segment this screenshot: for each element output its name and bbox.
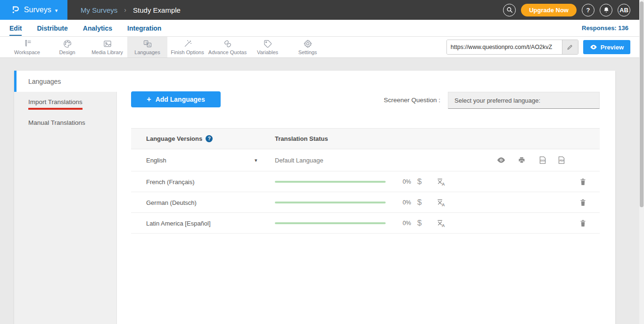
edit-url-button[interactable] [562,40,578,54]
workspace-icon [23,39,32,49]
tab-integration[interactable]: Integration [127,21,161,36]
trash-icon [579,178,586,186]
column-header-translation-status: Translation Status [275,135,328,142]
preview-label: Preview [601,44,624,51]
help-icon[interactable]: ? [206,135,213,142]
translation-percent: 0% [394,199,411,206]
translation-progress-bar [275,222,386,224]
paid-translation-button[interactable]: $ [417,198,421,207]
product-name: Surveys [24,6,51,14]
upgrade-now-button[interactable]: Upgrade Now [521,4,577,16]
survey-tabs: Edit Distribute Analytics Integration [9,21,161,36]
sidebar-item-label: Import Translations [28,98,83,105]
tab-analytics[interactable]: Analytics [83,21,112,36]
notifications-button[interactable] [600,4,612,16]
surveys-product-menu[interactable]: Surveys ▾ [0,0,67,20]
sidebar-item-manual-translations[interactable]: Manual Translations [14,113,85,129]
doc-file-icon: DOC [538,156,547,165]
paid-translation-button[interactable]: $ [417,177,421,186]
help-button[interactable]: ? [582,4,594,16]
delete-language-button[interactable] [579,219,586,227]
chevron-down-icon: ▾ [55,8,58,14]
language-name: English [146,157,166,164]
toolbar-item-variables[interactable]: Variables [248,37,288,57]
toolbar-item-label: Advance Quotas [208,49,247,55]
svg-text:A: A [442,202,445,207]
toolbar-item-media-library[interactable]: Media Library [87,37,127,57]
pencil-icon [567,44,573,50]
svg-text:A: A [442,223,445,227]
svg-text:文: 文 [145,41,148,44]
paid-translation-button[interactable]: $ [417,219,421,228]
table-row-english: English ▾ Default Language [131,149,600,171]
languages-sidebar: Languages Import Translations Manual Tra… [14,71,117,324]
preview-button[interactable]: Preview [583,40,630,54]
translation-progress-bar [275,202,386,203]
toolbar-item-label: Finish Options [171,49,204,55]
svg-text:A: A [148,44,150,47]
vertical-scrollbar[interactable] [639,0,644,324]
add-languages-button[interactable]: + Add Languages [131,91,221,107]
sidebar-item-languages[interactable]: Languages [14,71,117,92]
export-doc-button[interactable]: DOC [538,156,547,165]
svg-text:A: A [442,181,445,186]
auto-translate-button[interactable]: A [437,177,446,186]
table-row-latin-america: Latin America [Español] 0% $ A [131,213,600,234]
toolbar-item-settings[interactable]: Settings [288,37,328,57]
table-row-french: French (Français) 0% $ A [131,171,600,192]
table-row-german: German (Deutsch) 0% $ A [131,192,600,213]
breadcrumb-current-survey: Study Example [133,6,181,14]
translation-progress-bar [275,181,386,183]
toolbar-item-label: Languages [134,49,160,55]
translate-language-icon: A [437,219,446,227]
toolbar-item-design[interactable]: Design [47,37,87,57]
sidebar-body: Import Translations Manual Translations [14,92,117,324]
translation-percent: 0% [394,178,411,185]
eye-icon [590,44,597,50]
delete-language-button[interactable] [579,198,586,206]
delete-language-button[interactable] [579,178,586,186]
toolbar-item-languages[interactable]: 文 A Languages [127,37,167,57]
view-survey-button[interactable] [496,157,506,163]
trash-icon [579,219,586,227]
plus-icon: + [147,95,151,104]
breadcrumb: My Surveys › Study Example [81,6,181,14]
bell-icon [603,7,610,13]
image-icon [103,39,112,49]
topbar-actions: Upgrade Now ? AB [503,4,630,16]
avatar[interactable]: AB [618,4,630,16]
chevron-down-icon[interactable]: ▾ [255,157,257,163]
tab-distribute[interactable]: Distribute [37,21,67,36]
link-icon [223,39,232,49]
screener-question-select[interactable]: Select your preferred language: [448,92,600,109]
breadcrumb-my-surveys[interactable]: My Surveys [81,6,117,14]
responses-count[interactable]: Responses: 136 [582,24,628,32]
print-survey-button[interactable] [518,156,526,164]
auto-translate-button[interactable]: A [437,219,446,227]
translation-percent: 0% [394,220,411,227]
survey-nav-row: Edit Distribute Analytics Integration Re… [0,20,644,37]
survey-url-wrap [446,40,578,55]
sidebar-item-import-translations[interactable]: Import Translations [14,92,83,113]
translate-icon: 文 A [143,39,152,49]
translate-language-icon: A [437,198,446,207]
sidebar-item-label: Manual Translations [28,119,85,126]
toolbar-item-advance-quotas[interactable]: Advance Quotas [207,37,248,57]
auto-translate-button[interactable]: A [437,198,446,207]
language-name: German (Deutsch) [146,199,197,206]
top-bar: Surveys ▾ My Surveys › Study Example Upg… [0,0,644,20]
toolbar-item-label: Workspace [14,49,40,55]
toolbar-item-label: Variables [257,49,278,55]
scrollbar-thumb[interactable] [640,1,644,207]
pdf-file-icon: PDF [557,156,566,165]
toolbar-item-finish-options[interactable]: Finish Options [167,37,207,57]
survey-url-input[interactable] [447,40,562,54]
add-languages-label: Add Languages [156,96,205,103]
toolbar-item-workspace[interactable]: Workspace [7,37,47,57]
breadcrumb-separator-icon: › [124,6,126,14]
search-button[interactable] [503,4,516,16]
highlight-underline [28,108,83,110]
tab-edit[interactable]: Edit [9,21,22,36]
export-pdf-button[interactable]: PDF [557,156,566,165]
languages-card: Languages Import Translations Manual Tra… [14,71,615,324]
